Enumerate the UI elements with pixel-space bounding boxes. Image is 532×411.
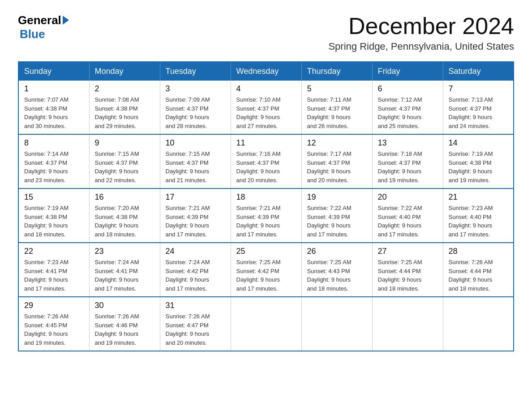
day-number: 6	[378, 84, 438, 94]
day-number: 19	[307, 193, 367, 202]
day-number: 21	[449, 193, 508, 202]
calendar-cell: 20Sunrise: 7:22 AMSunset: 4:40 PMDayligh…	[372, 188, 443, 243]
day-number: 28	[449, 247, 508, 256]
day-number: 5	[307, 84, 367, 94]
day-number: 9	[95, 138, 154, 148]
month-title: December 2024	[328, 13, 514, 39]
calendar-cell: 4Sunrise: 7:10 AMSunset: 4:37 PMDaylight…	[231, 81, 301, 134]
calendar-cell: 8Sunrise: 7:14 AMSunset: 4:37 PMDaylight…	[18, 134, 89, 188]
calendar-table: SundayMondayTuesdayWednesdayThursdayFrid…	[18, 61, 514, 351]
weekday-header-thursday: Thursday	[301, 62, 372, 81]
calendar-week-row: 15Sunrise: 7:19 AMSunset: 4:38 PMDayligh…	[18, 188, 514, 243]
day-number: 7	[449, 84, 508, 94]
logo-arrow-icon	[63, 16, 69, 25]
day-number: 26	[307, 247, 367, 256]
day-info: Sunrise: 7:21 AMSunset: 4:39 PMDaylight:…	[166, 204, 225, 239]
day-number: 11	[236, 138, 296, 148]
day-number: 13	[378, 138, 438, 148]
day-number: 24	[166, 247, 225, 256]
logo-general: General	[18, 13, 61, 27]
calendar-cell: 24Sunrise: 7:24 AMSunset: 4:42 PMDayligh…	[160, 243, 231, 297]
day-number: 23	[95, 247, 154, 256]
calendar-cell: 27Sunrise: 7:25 AMSunset: 4:44 PMDayligh…	[372, 243, 443, 297]
day-number: 8	[24, 138, 84, 148]
day-number: 14	[449, 138, 508, 148]
day-info: Sunrise: 7:13 AMSunset: 4:37 PMDaylight:…	[449, 95, 508, 130]
day-info: Sunrise: 7:18 AMSunset: 4:37 PMDaylight:…	[378, 150, 438, 184]
day-number: 22	[24, 247, 84, 256]
day-info: Sunrise: 7:20 AMSunset: 4:38 PMDaylight:…	[95, 204, 154, 239]
calendar-cell: 18Sunrise: 7:21 AMSunset: 4:39 PMDayligh…	[231, 188, 301, 243]
day-number: 30	[95, 301, 154, 310]
day-info: Sunrise: 7:17 AMSunset: 4:37 PMDaylight:…	[307, 150, 367, 184]
calendar-cell: 15Sunrise: 7:19 AMSunset: 4:38 PMDayligh…	[18, 188, 89, 243]
calendar-cell: 3Sunrise: 7:09 AMSunset: 4:37 PMDaylight…	[160, 81, 231, 134]
day-info: Sunrise: 7:22 AMSunset: 4:39 PMDaylight:…	[307, 204, 367, 239]
weekday-header-friday: Friday	[372, 62, 443, 81]
calendar-week-row: 29Sunrise: 7:26 AMSunset: 4:45 PMDayligh…	[18, 297, 514, 351]
logo: General Blue	[18, 13, 69, 41]
location-title: Spring Ridge, Pennsylvania, United State…	[328, 41, 514, 52]
weekday-header-saturday: Saturday	[443, 62, 514, 81]
day-number: 10	[166, 138, 225, 148]
day-info: Sunrise: 7:09 AMSunset: 4:37 PMDaylight:…	[166, 95, 225, 130]
day-number: 17	[166, 193, 225, 202]
calendar-cell: 2Sunrise: 7:08 AMSunset: 4:38 PMDaylight…	[89, 81, 160, 134]
calendar-cell: 21Sunrise: 7:23 AMSunset: 4:40 PMDayligh…	[443, 188, 514, 243]
day-info: Sunrise: 7:19 AMSunset: 4:38 PMDaylight:…	[24, 204, 84, 239]
calendar-cell: 7Sunrise: 7:13 AMSunset: 4:37 PMDaylight…	[443, 81, 514, 134]
weekday-header-wednesday: Wednesday	[231, 62, 301, 81]
day-info: Sunrise: 7:11 AMSunset: 4:37 PMDaylight:…	[307, 95, 367, 130]
day-number: 2	[95, 84, 154, 94]
day-number: 3	[166, 84, 225, 94]
calendar-cell: 25Sunrise: 7:25 AMSunset: 4:42 PMDayligh…	[231, 243, 301, 297]
title-area: December 2024 Spring Ridge, Pennsylvania…	[328, 13, 514, 52]
calendar-cell: 28Sunrise: 7:26 AMSunset: 4:44 PMDayligh…	[443, 243, 514, 297]
day-number: 16	[95, 193, 154, 202]
day-info: Sunrise: 7:24 AMSunset: 4:41 PMDaylight:…	[95, 258, 154, 293]
weekday-header-monday: Monday	[89, 62, 160, 81]
calendar-cell: 10Sunrise: 7:15 AMSunset: 4:37 PMDayligh…	[160, 134, 231, 188]
day-number: 1	[24, 84, 84, 94]
day-info: Sunrise: 7:23 AMSunset: 4:40 PMDaylight:…	[449, 204, 508, 239]
calendar-week-row: 1Sunrise: 7:07 AMSunset: 4:38 PMDaylight…	[18, 81, 514, 134]
day-info: Sunrise: 7:07 AMSunset: 4:38 PMDaylight:…	[24, 95, 84, 130]
day-info: Sunrise: 7:26 AMSunset: 4:45 PMDaylight:…	[24, 312, 84, 347]
calendar-cell: 29Sunrise: 7:26 AMSunset: 4:45 PMDayligh…	[18, 297, 89, 351]
day-info: Sunrise: 7:25 AMSunset: 4:44 PMDaylight:…	[378, 258, 438, 293]
day-info: Sunrise: 7:22 AMSunset: 4:40 PMDaylight:…	[378, 204, 438, 239]
day-info: Sunrise: 7:26 AMSunset: 4:47 PMDaylight:…	[166, 312, 225, 347]
day-number: 18	[236, 193, 296, 202]
calendar-cell: 16Sunrise: 7:20 AMSunset: 4:38 PMDayligh…	[89, 188, 160, 243]
day-number: 20	[378, 193, 438, 202]
weekday-header-sunday: Sunday	[18, 62, 89, 81]
calendar-week-row: 22Sunrise: 7:23 AMSunset: 4:41 PMDayligh…	[18, 243, 514, 297]
logo-blue: Blue	[20, 27, 45, 41]
calendar-cell: 13Sunrise: 7:18 AMSunset: 4:37 PMDayligh…	[372, 134, 443, 188]
calendar-cell	[443, 297, 514, 351]
day-info: Sunrise: 7:25 AMSunset: 4:42 PMDaylight:…	[236, 258, 296, 293]
calendar-cell: 26Sunrise: 7:25 AMSunset: 4:43 PMDayligh…	[301, 243, 372, 297]
calendar-cell: 17Sunrise: 7:21 AMSunset: 4:39 PMDayligh…	[160, 188, 231, 243]
calendar-cell	[231, 297, 301, 351]
day-info: Sunrise: 7:26 AMSunset: 4:46 PMDaylight:…	[95, 312, 154, 347]
logo-text: General	[18, 13, 69, 27]
day-number: 31	[166, 301, 225, 310]
day-info: Sunrise: 7:08 AMSunset: 4:38 PMDaylight:…	[95, 95, 154, 130]
day-info: Sunrise: 7:14 AMSunset: 4:37 PMDaylight:…	[24, 150, 84, 184]
calendar-cell: 1Sunrise: 7:07 AMSunset: 4:38 PMDaylight…	[18, 81, 89, 134]
day-info: Sunrise: 7:10 AMSunset: 4:37 PMDaylight:…	[236, 95, 296, 130]
calendar-cell	[372, 297, 443, 351]
weekday-header-tuesday: Tuesday	[160, 62, 231, 81]
weekday-header-row: SundayMondayTuesdayWednesdayThursdayFrid…	[18, 62, 514, 81]
day-number: 12	[307, 138, 367, 148]
calendar-cell: 12Sunrise: 7:17 AMSunset: 4:37 PMDayligh…	[301, 134, 372, 188]
day-number: 4	[236, 84, 296, 94]
day-info: Sunrise: 7:24 AMSunset: 4:42 PMDaylight:…	[166, 258, 225, 293]
calendar-cell	[301, 297, 372, 351]
day-number: 15	[24, 193, 84, 202]
calendar-cell: 11Sunrise: 7:16 AMSunset: 4:37 PMDayligh…	[231, 134, 301, 188]
day-info: Sunrise: 7:16 AMSunset: 4:37 PMDaylight:…	[236, 150, 296, 184]
day-info: Sunrise: 7:23 AMSunset: 4:41 PMDaylight:…	[24, 258, 84, 293]
day-number: 25	[236, 247, 296, 256]
